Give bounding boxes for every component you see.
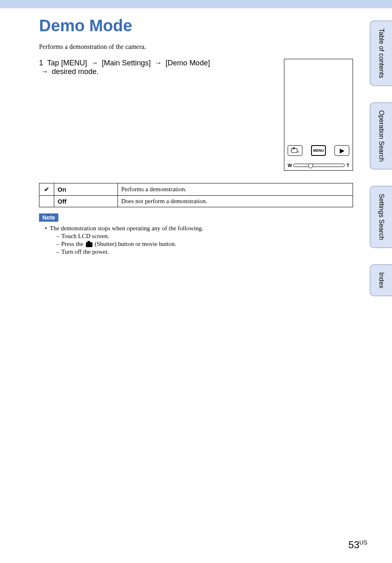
note-sub-pre: Press the [61, 241, 85, 247]
step-part-desired: desired mode. [52, 67, 99, 76]
note-sub-item: Press the (Shutter) button or movie butt… [56, 241, 353, 248]
note-main-text: The demonstration stops when operating a… [50, 225, 203, 232]
zoom-track [293, 164, 345, 167]
header-bar [0, 0, 392, 8]
table-row: ✔ On Performs a demonstration. [39, 183, 353, 196]
step-number: 1 [39, 59, 43, 67]
note-sub-item: Touch LCD screen. [56, 233, 353, 240]
option-name: On [54, 183, 118, 196]
main-content: Demo Mode Performs a demonstration of th… [0, 8, 392, 255]
menu-button: MENU [311, 145, 326, 156]
camera-screen-illustration: OFF MENU ▶ W T [284, 59, 353, 171]
zoom-wide-label: W [288, 163, 292, 168]
camera-icon [86, 242, 92, 247]
table-row: Off Does not perform a demonstration. [39, 196, 353, 207]
tab-settings-search[interactable]: Settings Search [370, 186, 392, 248]
step-part-main-settings: [Main Settings] [102, 59, 151, 67]
play-icon: ▶ [340, 147, 344, 154]
option-desc: Does not perform a demonstration. [118, 196, 353, 207]
step-part-menu: [MENU] [61, 59, 87, 67]
tab-table-of-contents[interactable]: Table of contents [370, 21, 392, 86]
page-num-value: 53 [348, 539, 360, 550]
page-suffix: US [360, 539, 367, 546]
selected-cell [39, 196, 54, 207]
camera-off-icon: OFF [291, 147, 299, 154]
note-item: The demonstration stops when operating a… [45, 225, 353, 255]
zoom-tele-label: T [346, 163, 349, 168]
note-label: Note [39, 213, 58, 222]
page-title: Demo Mode [39, 16, 353, 35]
note-sub-list: Touch LCD screen. Press the (Shutter) bu… [50, 233, 353, 255]
mode-button: OFF [288, 145, 302, 156]
zoom-bar: W T [288, 163, 349, 168]
note-sub-item: Turn off the power. [56, 248, 353, 255]
option-desc: Performs a demonstration. [118, 183, 353, 196]
bottom-controls: OFF MENU ▶ [288, 145, 349, 156]
zoom-thumb [308, 163, 313, 168]
arrow-icon: → [41, 67, 48, 76]
instruction-text: 1 Tap [MENU] → [Main Settings] → [Demo M… [39, 59, 267, 76]
arrow-icon: → [91, 59, 98, 67]
instruction-row: 1 Tap [MENU] → [Main Settings] → [Demo M… [39, 59, 353, 171]
display-area [288, 63, 349, 141]
note-list: The demonstration stops when operating a… [39, 225, 353, 255]
menu-label: MENU [313, 148, 324, 153]
arrow-icon: → [154, 59, 162, 67]
note-sub-post: (Shutter) button or movie button. [93, 241, 176, 247]
side-tabs: Table of contents Operation Search Setti… [370, 21, 392, 296]
intro-text: Performs a demonstration of the camera. [39, 43, 353, 51]
options-table: ✔ On Performs a demonstration. Off Does … [39, 183, 353, 207]
svg-text:OFF: OFF [298, 151, 299, 153]
tab-operation-search[interactable]: Operation Search [370, 102, 392, 169]
option-name: Off [54, 196, 118, 207]
check-icon: ✔ [44, 186, 49, 193]
step-part-demo-mode: [Demo Mode] [166, 59, 210, 67]
tab-index[interactable]: Index [370, 264, 392, 296]
page-number: 53US [348, 539, 367, 551]
selected-cell: ✔ [39, 183, 54, 196]
playback-button: ▶ [334, 145, 349, 156]
step-prefix: Tap [47, 59, 61, 67]
